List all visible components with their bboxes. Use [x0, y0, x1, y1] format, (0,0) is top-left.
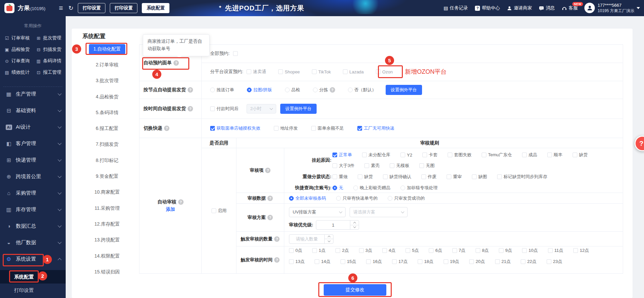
checkbox-option[interactable]: 重做 — [332, 174, 348, 180]
checkbox-option[interactable]: 5点 — [406, 247, 419, 254]
quick-item-5[interactable]: ▥条码详情 — [36, 57, 64, 65]
topbar-item[interactable]: 消息 — [539, 5, 555, 11]
help-icon[interactable]: ? — [178, 199, 184, 205]
quick-item-4[interactable]: ⊙订单查询 — [4, 57, 36, 65]
sidebar-item-2[interactable]: AiAI设计 — [0, 119, 66, 135]
topbar-item[interactable]: 邀请商家 — [507, 5, 532, 11]
checkbox-option[interactable]: 未分配仓库 — [362, 152, 390, 158]
tab-13[interactable]: 14.权限配置 — [77, 248, 137, 264]
checkbox-option[interactable]: 大于3件 — [332, 163, 354, 169]
tab-0[interactable]: 1.自动化配置 — [77, 41, 137, 57]
sidebar-item-1[interactable]: ⊟基础资料 — [0, 102, 66, 119]
checkbox-option[interactable]: 11点 — [548, 247, 564, 254]
checkbox-option[interactable]: 速卖通 — [247, 69, 266, 75]
topbar-button[interactable]: 系统配置 — [142, 3, 169, 13]
quick-item-7[interactable]: ⊡报工管理 — [36, 69, 64, 76]
checkbox-option[interactable]: 无图 — [419, 163, 434, 169]
topbar-button[interactable]: 打印设置 — [110, 3, 137, 13]
topbar-item[interactable]: ?帮助中心 — [475, 5, 500, 11]
checkbox-option[interactable]: 23点 — [547, 259, 562, 265]
help-icon[interactable]: ? — [267, 215, 273, 220]
help-icon[interactable]: ? — [265, 168, 270, 173]
checkbox-option[interactable]: Y2 — [400, 153, 412, 158]
all-reserve-checkbox[interactable] — [233, 51, 238, 56]
audit-priority-input[interactable] — [316, 221, 350, 229]
tab-6[interactable]: 7.扫描发货 — [77, 137, 137, 153]
help-icon[interactable]: ? — [330, 87, 335, 93]
checkbox-option[interactable]: 10点 — [522, 247, 538, 254]
app-logo[interactable] — [4, 3, 14, 13]
checkbox-option[interactable]: 获取面单店铺授权失效 — [210, 125, 260, 131]
radio-option[interactable]: 无 — [332, 185, 343, 191]
tab-3[interactable]: 4.品检验货 — [77, 89, 137, 105]
radio-option[interactable]: 加菲猫专项处理 — [400, 185, 438, 191]
quick-item-2[interactable]: ▣品检验货 — [4, 46, 36, 53]
checkbox-option[interactable]: TikTok — [312, 69, 331, 74]
number-spinner[interactable] — [324, 235, 333, 243]
checkbox-option[interactable]: 3点 — [359, 247, 372, 254]
checkbox-option[interactable]: 重审 — [447, 174, 462, 180]
checkbox-option[interactable]: 正常单 — [332, 152, 352, 158]
checkbox-option[interactable]: 19点 — [444, 259, 459, 265]
sidebar-item-3[interactable]: ◧客户管理 — [0, 135, 66, 152]
checkbox-option[interactable]: 4点 — [382, 247, 395, 254]
checkbox-option[interactable]: 16点 — [366, 259, 382, 265]
user-account[interactable]: 177****5667 10195 方果工厂演示 — [584, 3, 640, 13]
quick-item-0[interactable]: ☑订单审核 — [4, 34, 36, 42]
checkbox-option[interactable]: 素壳 — [364, 163, 380, 169]
checkbox-option[interactable]: 顺丰 — [547, 152, 562, 158]
topbar-item[interactable]: ▤任务记录 — [444, 5, 468, 11]
sidebar-item-10[interactable]: ⚙系统设置 — [0, 251, 66, 267]
tab-9[interactable]: 10.商家配置 — [77, 185, 137, 200]
sidebar-item-0[interactable]: ▦生产管理 — [0, 86, 66, 102]
sidebar-item-6[interactable]: ⌂采购管理 — [0, 185, 66, 201]
chevron-down-icon[interactable] — [637, 7, 640, 9]
checkbox-option[interactable]: 17点 — [392, 259, 408, 265]
add-audit-link[interactable]: 添加 — [166, 206, 175, 212]
checkbox-option[interactable]: 14点 — [315, 259, 330, 265]
sidebar-item-8[interactable]: ◑数据汇总 — [0, 218, 66, 234]
checkbox-option[interactable]: 套图失败 — [448, 152, 472, 158]
checkbox-option[interactable]: 22点 — [521, 259, 536, 265]
quick-item-3[interactable]: ⊟扫描发货 — [36, 46, 64, 53]
tab-5[interactable]: 6.报工配置 — [77, 121, 137, 136]
checkbox-option[interactable]: Temu广东仓 — [482, 152, 512, 158]
radio-option[interactable]: 晚上彩银壳赠品 — [353, 185, 390, 191]
checkbox-option[interactable]: 15点 — [341, 259, 356, 265]
checkbox-option[interactable]: Shopee — [278, 69, 300, 74]
tab-8[interactable]: 9.资金配置 — [77, 168, 137, 184]
topbar-button[interactable]: 打印设置 — [78, 3, 105, 13]
checkbox-option[interactable]: 作废 — [421, 174, 437, 180]
sidebar-item-5[interactable]: ⊕跨境首公里 — [0, 168, 66, 185]
checkbox-option[interactable]: 20点 — [469, 259, 485, 265]
help-icon[interactable]: ? — [274, 236, 280, 242]
number-spinner[interactable] — [350, 221, 359, 229]
radio-option[interactable]: 拉图/拼版 — [247, 87, 272, 93]
refresh-icon[interactable]: ↻ — [68, 4, 73, 12]
checkbox-option[interactable]: 1点 — [312, 247, 325, 254]
checkbox-option[interactable]: 2点 — [335, 247, 349, 254]
floating-help-button[interactable]: ? — [635, 136, 644, 151]
checkbox-option[interactable]: 面单余额不足 — [311, 125, 344, 131]
hamburger-icon[interactable]: ≡ — [59, 4, 63, 12]
submit-button[interactable]: 提交修改 — [324, 284, 386, 296]
checkbox-option[interactable]: 缺货待确认 — [383, 174, 411, 180]
tab-4[interactable]: 5.条码详情 — [77, 105, 137, 121]
help-icon[interactable]: ? — [274, 257, 280, 263]
help-icon[interactable]: ? — [267, 196, 273, 201]
checkbox-option[interactable]: 6点 — [429, 247, 442, 254]
radio-option[interactable]: 全部未审核条码 — [289, 195, 326, 201]
checkbox-option[interactable]: 9点 — [499, 247, 512, 254]
checkbox-option[interactable]: 0点 — [289, 247, 302, 254]
trigger-qty-input[interactable] — [289, 235, 324, 243]
help-icon[interactable]: ? — [164, 126, 169, 131]
sidebar-item-4[interactable]: ⊞快递管理 — [0, 152, 66, 168]
checkbox-option[interactable]: 8点 — [476, 247, 489, 254]
checkbox-option[interactable]: 缺图 — [472, 174, 487, 180]
radio-option[interactable]: 只审发货成功的 — [388, 195, 425, 201]
help-icon[interactable]: ? — [173, 60, 179, 66]
tab-12[interactable]: 13.跨境配置 — [77, 232, 137, 248]
topbar-item[interactable]: 客服NEW — [562, 5, 578, 11]
checkbox-option[interactable]: Ozon — [376, 69, 393, 74]
checkbox-option[interactable]: 21点 — [495, 259, 511, 265]
